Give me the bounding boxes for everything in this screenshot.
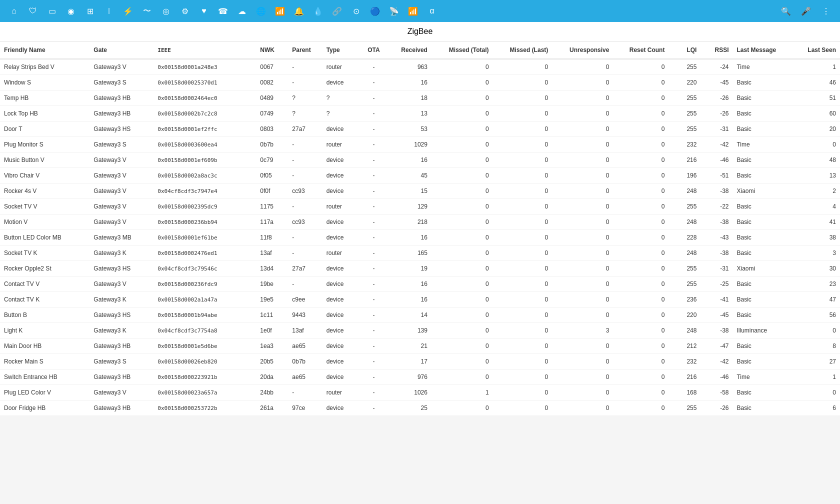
table-cell: -: [360, 59, 386, 75]
bluetooth-icon[interactable]: 🔵: [367, 3, 383, 19]
table-cell: 0: [613, 168, 668, 184]
table-row: Plug LED Color VGateway3 V0x00158d00023a…: [0, 385, 840, 400]
alpha-icon[interactable]: α: [424, 3, 440, 19]
lightning-icon[interactable]: ⚡: [120, 3, 136, 19]
table-cell: 1175: [256, 199, 288, 214]
table-cell: 0: [552, 122, 613, 137]
table-cell: 0749: [256, 106, 288, 122]
col-received[interactable]: Received: [386, 42, 432, 59]
gear-icon[interactable]: ⚙: [177, 3, 193, 19]
col-rssi[interactable]: RSSI: [700, 42, 732, 59]
table-cell: 232: [668, 137, 700, 152]
drop-icon[interactable]: 💧: [310, 3, 326, 19]
table-cell: 0: [493, 261, 552, 276]
table-cell: 0082: [256, 75, 288, 90]
mic-icon[interactable]: 🎤: [798, 3, 814, 19]
table-cell: 0x00158d0001b94abe: [154, 308, 256, 323]
link-icon[interactable]: 🔗: [329, 3, 345, 19]
table-cell: 236: [668, 292, 700, 308]
col-gate[interactable]: Gate: [90, 42, 154, 59]
table-cell: 0: [432, 400, 493, 416]
col-lqi[interactable]: LQI: [668, 42, 700, 59]
table-row: Main Door HBGateway3 HB0x00158d0001e5d6b…: [0, 338, 840, 354]
col-reset-count[interactable]: Reset Count: [613, 42, 668, 59]
wave-icon[interactable]: 〜: [139, 3, 155, 19]
table-cell: 0: [613, 370, 668, 385]
table-cell: 255: [668, 90, 700, 106]
table-cell: cc93: [288, 214, 322, 230]
circle-icon[interactable]: ⊙: [348, 3, 364, 19]
table-cell: 0: [613, 106, 668, 122]
table-cell: Basic: [732, 354, 793, 370]
table-cell: -41: [700, 292, 732, 308]
phone-icon[interactable]: ☎: [215, 3, 231, 19]
table-cell: 0x00158d0002a1a47a: [154, 292, 256, 308]
col-parent[interactable]: Parent: [288, 42, 322, 59]
table-cell: 255: [668, 400, 700, 416]
table-cell: 0x00158d00026eb820: [154, 354, 256, 370]
col-missed-total[interactable]: Missed (Total): [432, 42, 493, 59]
table-cell: 0: [794, 137, 840, 152]
table-cell: ?: [322, 106, 361, 122]
table-cell: 0x04cf8cdf3c7947e4: [154, 184, 256, 199]
table-cell: Button B: [0, 308, 90, 323]
search-icon[interactable]: 🔍: [778, 3, 794, 19]
table-cell: 45: [386, 168, 432, 184]
table-cell: 139: [386, 323, 432, 338]
camera-icon[interactable]: ◎: [158, 3, 174, 19]
home-icon[interactable]: ⌂: [6, 3, 22, 19]
col-last-message[interactable]: Last Message: [732, 42, 793, 59]
table-cell: 11f8: [256, 230, 288, 246]
table-cell: 0: [613, 137, 668, 152]
table-cell: Gateway3 HB: [90, 400, 154, 416]
display-icon[interactable]: ▭: [44, 3, 60, 19]
table-cell: 0x00158d0002a8ac3c: [154, 168, 256, 184]
table-cell: -: [360, 370, 386, 385]
col-nwk[interactable]: NWK: [256, 42, 288, 59]
signal-icon[interactable]: 📶: [405, 3, 421, 19]
col-type[interactable]: Type: [322, 42, 361, 59]
table-row: Rocker Main SGateway3 S0x00158d00026eb82…: [0, 354, 840, 370]
grid-icon[interactable]: ⊞: [82, 3, 98, 19]
table-cell: 0: [552, 308, 613, 323]
table-cell: Window S: [0, 75, 90, 90]
col-ota[interactable]: OTA: [360, 42, 386, 59]
table-cell: 0x00158d0002476ed1: [154, 246, 256, 261]
table-cell: 255: [668, 261, 700, 276]
filter-icon[interactable]: ⫶: [101, 3, 117, 19]
table-cell: Light K: [0, 323, 90, 338]
shield-icon[interactable]: 🛡: [25, 3, 41, 19]
col-last-seen[interactable]: Last Seen: [794, 42, 840, 59]
table-cell: -26: [700, 400, 732, 416]
heart-icon[interactable]: ♥: [196, 3, 212, 19]
table-cell: -: [360, 214, 386, 230]
table-cell: -: [288, 385, 322, 400]
table-cell: 0: [613, 261, 668, 276]
table-cell: Xiaomi: [732, 261, 793, 276]
table-cell: device: [322, 152, 361, 168]
table-cell: -: [360, 152, 386, 168]
table-cell: -: [360, 184, 386, 199]
table-cell: 47: [794, 292, 840, 308]
col-missed-last[interactable]: Missed (Last): [493, 42, 552, 59]
more-menu-icon[interactable]: ⋮: [818, 3, 834, 19]
table-cell: 0: [552, 152, 613, 168]
bell-icon[interactable]: 🔔: [291, 3, 307, 19]
table-cell: 0: [493, 214, 552, 230]
table-cell: 17: [386, 354, 432, 370]
table-cell: -: [360, 261, 386, 276]
wifi-icon[interactable]: 📶: [272, 3, 288, 19]
radio-icon[interactable]: ◉: [63, 3, 79, 19]
globe-icon[interactable]: 🌐: [253, 3, 269, 19]
col-ieee[interactable]: IEEE: [154, 42, 256, 59]
col-unresponsive[interactable]: Unresponsive: [552, 42, 613, 59]
table-cell: 0x00158d0001ef61be: [154, 230, 256, 246]
table-cell: 255: [668, 199, 700, 214]
cloud-icon[interactable]: ☁: [234, 3, 250, 19]
table-cell: -: [360, 106, 386, 122]
table-cell: -: [360, 354, 386, 370]
antenna-icon[interactable]: 📡: [386, 3, 402, 19]
table-cell: -: [360, 323, 386, 338]
top-navbar: ⌂ 🛡 ▭ ◉ ⊞ ⫶ ⚡ 〜 ◎ ⚙ ♥ ☎ ☁ 🌐 📶 🔔 💧 🔗 ⊙ 🔵 …: [0, 0, 840, 22]
col-friendly-name[interactable]: Friendly Name: [0, 42, 90, 59]
